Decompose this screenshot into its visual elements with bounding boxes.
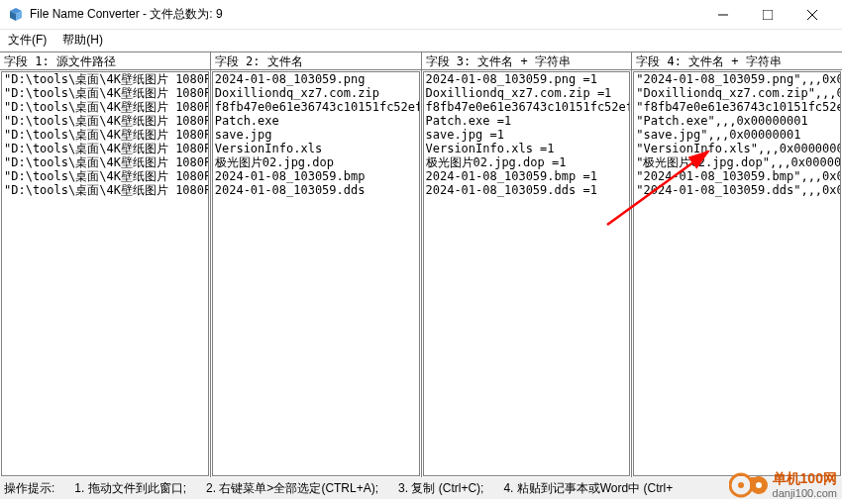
list-item[interactable]: 2024-01-08_103059.png =1 [426, 72, 628, 86]
list-item[interactable]: save.jpg =1 [426, 128, 628, 142]
svg-rect-9 [751, 477, 755, 481]
title-bar: File Name Converter - 文件总数为: 9 [0, 0, 842, 30]
list-item[interactable]: Doxilliondq_xz7.com.zip =1 [426, 86, 628, 100]
list-item[interactable]: "D:\tools\桌面\4K壁纸图片 1080P [4, 183, 206, 197]
pane-1: 字段 1: 源文件路径 "D:\tools\桌面\4K壁纸图片 1080P "D… [0, 52, 211, 477]
pane-2-header: 字段 2: 文件名 [211, 52, 421, 70]
minimize-button[interactable] [700, 0, 745, 30]
status-hint-1: 1. 拖动文件到此窗口; [74, 480, 186, 497]
list-item[interactable]: save.jpg [215, 128, 417, 142]
list-item[interactable]: "save.jpg",,,0x00000001 [636, 128, 838, 142]
list-item[interactable]: "Doxilliondq_xz7.com.zip",,,0x0 [636, 86, 838, 100]
list-item[interactable]: 2024-01-08_103059.bmp =1 [426, 169, 628, 183]
pane-3-header: 字段 3: 文件名 + 字符串 [422, 52, 632, 70]
watermark-icon [729, 471, 769, 499]
pane-1-content: "D:\tools\桌面\4K壁纸图片 1080P "D:\tools\桌面\4… [2, 72, 208, 197]
list-item[interactable]: f8fb47e0e61e36743c10151fc52efaf [215, 100, 417, 114]
list-item[interactable]: "D:\tools\桌面\4K壁纸图片 1080P [4, 155, 206, 169]
list-item[interactable]: 极光图片02.jpg.dop =1 [426, 155, 628, 169]
list-item[interactable]: 2024-01-08_103059.bmp [215, 169, 417, 183]
list-item[interactable]: "D:\tools\桌面\4K壁纸图片 1080P [4, 86, 206, 100]
pane-2-content: 2024-01-08_103059.png Doxilliondq_xz7.co… [213, 72, 419, 197]
list-item[interactable]: "Patch.exe",,,0x00000001 [636, 114, 838, 128]
pane-4-body[interactable]: "2024-01-08_103059.png",,,0x000 "Doxilli… [633, 71, 841, 476]
list-item[interactable]: "VersionInfo.xls",,,0x00000001 [636, 142, 838, 155]
pane-2: 字段 2: 文件名 2024-01-08_103059.png Doxillio… [211, 52, 422, 477]
status-hint-3: 3. 复制 (Ctrl+C); [398, 480, 483, 497]
list-item[interactable]: "D:\tools\桌面\4K壁纸图片 1080P [4, 128, 206, 142]
list-item[interactable]: 极光图片02.jpg.dop [215, 155, 417, 169]
window-title: File Name Converter - 文件总数为: 9 [30, 6, 700, 23]
watermark: 单机100网 danji100.com [729, 471, 837, 499]
list-item[interactable]: "2024-01-08_103059.png",,,0x000 [636, 72, 838, 86]
pane-3-body[interactable]: 2024-01-08_103059.png =1 Doxilliondq_xz7… [423, 71, 631, 476]
list-item[interactable]: Patch.exe =1 [426, 114, 628, 128]
list-item[interactable]: VersionInfo.xls [215, 142, 417, 155]
pane-3: 字段 3: 文件名 + 字符串 2024-01-08_103059.png =1… [422, 52, 633, 477]
status-label: 操作提示: [4, 480, 54, 497]
pane-3-content: 2024-01-08_103059.png =1 Doxilliondq_xz7… [424, 72, 630, 197]
menu-file[interactable]: 文件(F) [4, 32, 51, 50]
list-item[interactable]: 2024-01-08_103059.dds =1 [426, 183, 628, 197]
close-button[interactable] [789, 0, 834, 30]
menu-bar: 文件(F) 帮助(H) [0, 30, 842, 51]
status-hint-2: 2. 右键菜单>全部选定(CTRL+A); [206, 480, 378, 497]
pane-1-body[interactable]: "D:\tools\桌面\4K壁纸图片 1080P "D:\tools\桌面\4… [1, 71, 209, 476]
list-item[interactable]: f8fb47e0e61e36743c10151fc52efaf [426, 100, 628, 114]
pane-4-content: "2024-01-08_103059.png",,,0x000 "Doxilli… [634, 72, 840, 197]
list-item[interactable]: "D:\tools\桌面\4K壁纸图片 1080P [4, 169, 206, 183]
pane-2-body[interactable]: 2024-01-08_103059.png Doxilliondq_xz7.co… [212, 71, 420, 476]
panes-container: 字段 1: 源文件路径 "D:\tools\桌面\4K壁纸图片 1080P "D… [0, 51, 842, 477]
list-item[interactable]: "D:\tools\桌面\4K壁纸图片 1080P [4, 114, 206, 128]
status-bar: 操作提示: 1. 拖动文件到此窗口; 2. 右键菜单>全部选定(CTRL+A);… [0, 477, 842, 499]
window-controls [700, 0, 834, 30]
list-item[interactable]: 2024-01-08_103059.png [215, 72, 417, 86]
list-item[interactable]: "2024-01-08_103059.dds",,,0x000 [636, 183, 838, 197]
svg-rect-1 [763, 10, 773, 20]
list-item[interactable]: Doxilliondq_xz7.com.zip [215, 86, 417, 100]
list-item[interactable]: "D:\tools\桌面\4K壁纸图片 1080P [4, 72, 206, 86]
svg-point-6 [738, 482, 744, 488]
pane-4-header: 字段 4: 文件名 + 字符串 [632, 52, 842, 70]
menu-help[interactable]: 帮助(H) [58, 32, 107, 50]
svg-point-8 [756, 482, 762, 488]
list-item[interactable]: "f8fb47e0e61e36743c10151fc52efa [636, 100, 838, 114]
pane-1-header: 字段 1: 源文件路径 [0, 52, 210, 70]
app-icon [8, 7, 24, 23]
maximize-button[interactable] [745, 0, 789, 30]
list-item[interactable]: VersionInfo.xls =1 [426, 142, 628, 155]
list-item[interactable]: "D:\tools\桌面\4K壁纸图片 1080P [4, 100, 206, 114]
list-item[interactable]: Patch.exe [215, 114, 417, 128]
list-item[interactable]: "2024-01-08_103059.bmp",,,0x000 [636, 169, 838, 183]
list-item[interactable]: "极光图片02.jpg.dop",,,0x000000 [636, 155, 838, 169]
watermark-text-url: danji100.com [773, 487, 837, 499]
list-item[interactable]: 2024-01-08_103059.dds [215, 183, 417, 197]
status-hint-4: 4. 粘贴到记事本或Word中 (Ctrl+ [503, 480, 673, 497]
watermark-text-zh: 单机100网 [773, 471, 837, 486]
list-item[interactable]: "D:\tools\桌面\4K壁纸图片 1080P [4, 142, 206, 155]
pane-4: 字段 4: 文件名 + 字符串 "2024-01-08_103059.png",… [632, 52, 842, 477]
